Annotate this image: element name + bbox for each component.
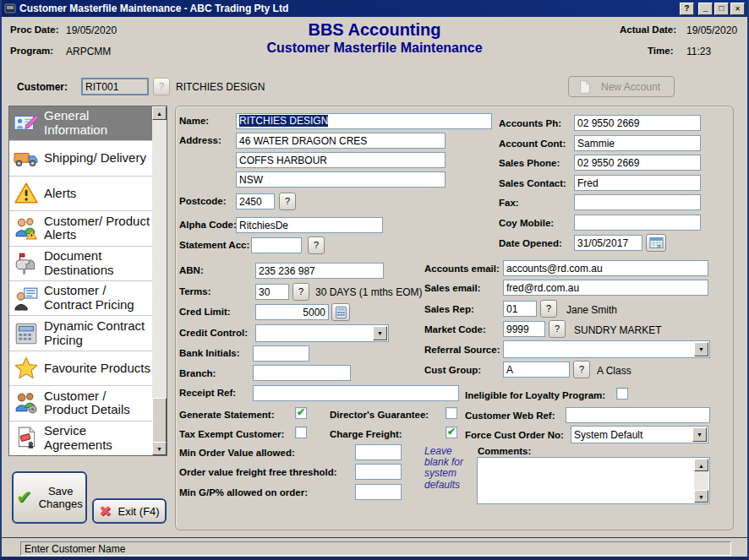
- market-code-description: SUNDRY MARKET: [574, 324, 662, 336]
- abn-label: ABN:: [179, 265, 204, 275]
- cred-limit-input[interactable]: [255, 304, 329, 320]
- sidebar-item-dynamic-contract-pricing[interactable]: Dynamic Contract Pricing: [9, 316, 152, 351]
- selected-text: RITCHIES DESIGN: [239, 115, 328, 127]
- receipt-ref-input[interactable]: [253, 385, 459, 401]
- app-icon: [4, 3, 16, 14]
- sidebar-item-customer-contract-pricing[interactable]: Customer / Contract Pricing: [9, 281, 152, 316]
- sales-email-label: Sales email:: [424, 283, 480, 293]
- terms-label: Terms:: [179, 286, 211, 296]
- customer-code-input[interactable]: [81, 78, 149, 95]
- customer-web-ref-input[interactable]: [566, 407, 710, 423]
- warning-triangle-icon: [14, 181, 39, 206]
- freight-free-threshold-input[interactable]: [355, 464, 402, 480]
- address-line2-input[interactable]: [236, 152, 446, 168]
- comments-label: Comments:: [478, 446, 531, 456]
- tax-exempt-checkbox[interactable]: [295, 427, 307, 438]
- sidebar-item-document-destinations[interactable]: Document Destinations: [9, 247, 152, 281]
- date-opened-input[interactable]: [574, 235, 642, 251]
- coy-mobile-input[interactable]: [574, 215, 701, 231]
- comments-scrollbar[interactable]: ▲ ▼: [694, 459, 708, 503]
- sidebar-item-alerts[interactable]: Alerts: [9, 177, 152, 211]
- sidebar-item-label: Shipping/ Delivery: [44, 151, 152, 166]
- scrollbar-thumb[interactable]: [152, 398, 167, 443]
- directors-guarantee-checkbox[interactable]: [446, 407, 457, 419]
- window-title: Customer Masterfile Maintenance - ABC Tr…: [19, 3, 678, 14]
- market-code-lookup-button[interactable]: ?: [549, 320, 566, 338]
- save-changes-button[interactable]: ✔ Save Changes: [12, 471, 87, 524]
- loyalty-ineligible-checkbox[interactable]: [616, 388, 628, 400]
- referral-source-dropdown[interactable]: ▼: [503, 340, 710, 358]
- address-line3-input[interactable]: [236, 171, 446, 188]
- accounts-ph-input[interactable]: [574, 115, 701, 131]
- abn-input[interactable]: [255, 263, 384, 279]
- maximize-button[interactable]: □: [714, 3, 729, 15]
- scroll-up-icon[interactable]: ▲: [694, 459, 708, 471]
- alpha-code-input[interactable]: [236, 217, 383, 233]
- sidebar-item-label: Alerts: [44, 187, 152, 201]
- bank-initials-input[interactable]: [253, 345, 309, 362]
- postcode-lookup-button[interactable]: ?: [279, 193, 296, 210]
- customer-name-text: RITCHIES DESIGN: [176, 81, 265, 93]
- alpha-code-label: Alpha Code:: [179, 220, 237, 230]
- name-input[interactable]: RITCHIES DESIGN: [236, 113, 492, 129]
- charge-freight-checkbox[interactable]: [446, 427, 457, 438]
- bank-initials-label: Bank Initials:: [179, 348, 240, 358]
- accounts-email-input[interactable]: [503, 260, 708, 276]
- exit-label: Exit (F4): [118, 505, 160, 518]
- scroll-up-icon[interactable]: ▲: [152, 106, 167, 120]
- sales-rep-description: Jane Smith: [566, 304, 617, 316]
- min-order-value-input[interactable]: [355, 444, 402, 460]
- minimize-button[interactable]: _: [698, 3, 713, 15]
- statement-acc-input[interactable]: [251, 237, 302, 253]
- sidebar-item-label: Document Destinations: [44, 249, 152, 278]
- sidebar-item-label: Favourite Products: [44, 362, 152, 376]
- cust-group-input[interactable]: [503, 362, 570, 378]
- force-cust-order-no-dropdown[interactable]: System Default ▼: [571, 426, 708, 443]
- sales-rep-input[interactable]: [503, 301, 537, 317]
- exit-button[interactable]: ✖ Exit (F4): [92, 498, 167, 524]
- help-button[interactable]: ?: [680, 3, 694, 15]
- new-account-button[interactable]: New Account: [568, 76, 675, 97]
- statement-acc-lookup-button[interactable]: ?: [308, 237, 325, 254]
- date-opened-calendar-button[interactable]: [646, 234, 666, 252]
- scroll-down-icon[interactable]: ▼: [152, 442, 167, 455]
- sidebar-item-favourite-products[interactable]: Favourite Products: [9, 351, 152, 386]
- terms-lookup-button[interactable]: ?: [292, 283, 309, 301]
- chevron-down-icon[interactable]: ▼: [692, 427, 707, 442]
- customer-lookup-button[interactable]: ?: [153, 78, 170, 95]
- chevron-down-icon[interactable]: ▼: [694, 342, 708, 356]
- sales-email-input[interactable]: [503, 280, 708, 296]
- sidebar-item-shipping-delivery[interactable]: Shipping/ Delivery: [9, 141, 152, 176]
- generate-statement-checkbox[interactable]: [295, 407, 307, 419]
- chevron-down-icon[interactable]: ▼: [373, 326, 387, 340]
- sidebar-item-customer-product-alerts[interactable]: Customer/ Product Alerts: [9, 211, 152, 246]
- sales-contact-input[interactable]: [574, 175, 701, 191]
- person-document-icon: [14, 285, 39, 311]
- sidebar-item-service-agreements[interactable]: Service Agreements: [9, 421, 152, 455]
- branch-label: Branch:: [179, 368, 216, 378]
- time-label: Time:: [648, 46, 673, 56]
- cred-limit-calculator-button[interactable]: [331, 303, 350, 321]
- credit-control-dropdown[interactable]: ▼: [255, 324, 389, 342]
- account-cont-input[interactable]: [574, 135, 701, 151]
- sales-rep-label: Sales Rep:: [424, 304, 474, 314]
- status-bar: Enter Customer Name: [20, 541, 731, 556]
- sidebar-item-customer-product-details[interactable]: Customer / Product Details: [9, 386, 152, 421]
- comments-textarea[interactable]: ▲ ▼: [477, 457, 710, 504]
- app-window: Customer Masterfile Maintenance - ABC Tr…: [0, 0, 749, 560]
- fax-input[interactable]: [574, 194, 701, 210]
- close-button[interactable]: ✕: [730, 3, 745, 15]
- sales-phone-input[interactable]: [574, 155, 701, 171]
- sidebar-scrollbar[interactable]: ▲ ▼: [152, 106, 167, 455]
- sidebar-item-general-information[interactable]: General Information: [9, 106, 152, 141]
- sales-rep-lookup-button[interactable]: ?: [540, 300, 557, 318]
- address-line1-input[interactable]: [236, 133, 446, 149]
- branch-input[interactable]: [253, 365, 351, 381]
- market-code-input[interactable]: [503, 321, 545, 337]
- min-gp-label: Min G/P% allowed on order:: [179, 487, 308, 497]
- min-gp-input[interactable]: [355, 484, 402, 500]
- postcode-input[interactable]: [236, 193, 275, 209]
- terms-input[interactable]: [255, 284, 289, 300]
- scroll-down-icon[interactable]: ▼: [694, 490, 708, 503]
- cust-group-lookup-button[interactable]: ?: [573, 361, 590, 378]
